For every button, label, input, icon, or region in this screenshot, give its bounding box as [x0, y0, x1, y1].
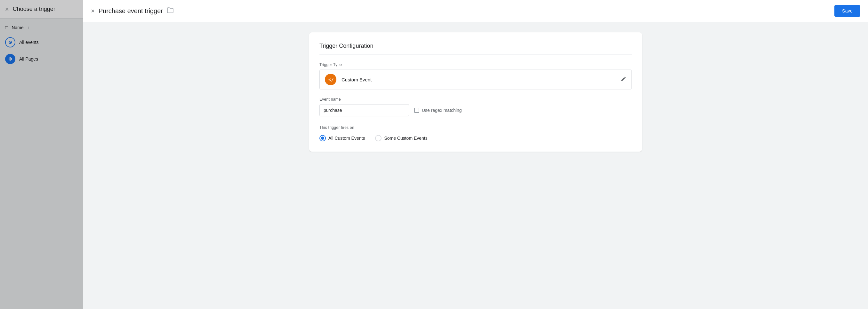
config-card-title: Trigger Configuration [319, 43, 632, 55]
all-events-label: All events [19, 40, 39, 45]
right-panel: × Purchase event trigger Save Trigger Co… [83, 0, 868, 309]
radio-option-some[interactable]: Some Custom Events [375, 135, 427, 141]
radio-all-label: All Custom Events [329, 136, 365, 141]
left-panel: × Choose a trigger □ Name ↑ All events [0, 0, 83, 309]
edit-icon[interactable] [621, 76, 626, 83]
svg-point-3 [9, 58, 11, 60]
fires-on-section: This trigger fires on All Custom Events … [319, 125, 632, 141]
custom-event-icon: </> [325, 74, 336, 85]
event-name-row: Use regex matching [319, 104, 632, 116]
fires-on-title: This trigger fires on [319, 125, 632, 130]
left-panel-title: Choose a trigger [13, 6, 55, 12]
left-close-icon[interactable]: × [5, 6, 9, 12]
sort-icon[interactable]: ↑ [28, 25, 29, 30]
all-pages-icon [5, 54, 16, 64]
radio-all-circle[interactable] [319, 135, 326, 141]
list-checkbox[interactable]: □ [5, 25, 8, 30]
left-header: × Choose a trigger [0, 0, 83, 19]
trigger-type-row[interactable]: </> Custom Event [319, 69, 632, 89]
trigger-type-section: Trigger Type </> Custom Event [319, 62, 632, 89]
folder-icon[interactable] [167, 7, 174, 15]
trigger-type-name: Custom Event [341, 77, 372, 82]
save-button[interactable]: Save [834, 5, 860, 17]
svg-point-1 [9, 42, 11, 43]
radio-option-all[interactable]: All Custom Events [319, 135, 365, 141]
radio-all-inner [321, 137, 324, 140]
event-name-input[interactable] [319, 104, 409, 116]
list-item-all-events[interactable]: All events [0, 34, 83, 51]
list-header: □ Name ↑ [0, 21, 83, 34]
radio-some-circle[interactable] [375, 135, 381, 141]
regex-label: Use regex matching [422, 108, 462, 113]
event-name-section: Event name Use regex matching [319, 97, 632, 116]
right-header-left: × Purchase event trigger [91, 7, 174, 15]
list-item-all-pages[interactable]: All Pages [0, 51, 83, 67]
radio-group: All Custom Events Some Custom Events [319, 135, 632, 141]
all-events-icon [5, 37, 16, 48]
right-panel-title: Purchase event trigger [99, 7, 163, 15]
all-pages-label: All Pages [19, 56, 38, 61]
right-close-icon[interactable]: × [91, 8, 95, 14]
trigger-type-label: Trigger Type [319, 62, 632, 67]
regex-checkbox[interactable] [414, 108, 419, 113]
radio-some-label: Some Custom Events [384, 136, 427, 141]
event-name-label: Event name [319, 97, 632, 102]
regex-checkbox-row: Use regex matching [414, 108, 462, 113]
right-header: × Purchase event trigger Save [83, 0, 868, 22]
list-name-label: Name [11, 25, 23, 30]
main-content: Trigger Configuration Trigger Type </> C… [83, 22, 868, 162]
config-card: Trigger Configuration Trigger Type </> C… [309, 32, 642, 151]
trigger-type-left: </> Custom Event [325, 74, 372, 85]
trigger-list: □ Name ↑ All events All Pages [0, 19, 83, 70]
svg-text:</>: </> [329, 77, 334, 82]
